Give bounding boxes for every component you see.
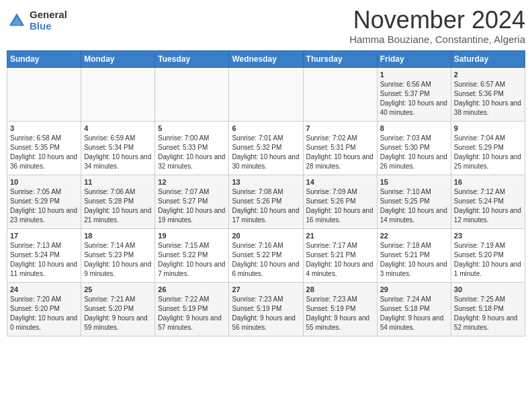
- day-info: Sunrise: 7:00 AMSunset: 5:33 PMDaylight:…: [158, 134, 226, 171]
- calendar-day-cell: [303, 67, 377, 121]
- calendar-day-cell: 25Sunrise: 7:21 AMSunset: 5:20 PMDayligh…: [81, 282, 155, 336]
- day-number: 15: [380, 178, 448, 186]
- logo-general-text: General: [30, 9, 67, 21]
- weekday-header-cell: Sunday: [7, 50, 81, 67]
- day-info: Sunrise: 7:19 AMSunset: 5:20 PMDaylight:…: [454, 241, 522, 279]
- calendar-day-cell: [81, 67, 155, 121]
- calendar-day-cell: 19Sunrise: 7:15 AMSunset: 5:22 PMDayligh…: [155, 228, 229, 282]
- calendar-week-row: 10Sunrise: 7:05 AMSunset: 5:29 PMDayligh…: [7, 175, 525, 228]
- day-number: 19: [158, 232, 226, 240]
- day-info: Sunrise: 7:05 AMSunset: 5:29 PMDaylight:…: [10, 187, 78, 225]
- calendar-day-cell: 13Sunrise: 7:08 AMSunset: 5:26 PMDayligh…: [229, 175, 303, 228]
- day-number: 16: [454, 178, 522, 186]
- day-info: Sunrise: 7:15 AMSunset: 5:22 PMDaylight:…: [158, 241, 226, 279]
- calendar-week-row: 17Sunrise: 7:13 AMSunset: 5:24 PMDayligh…: [7, 228, 525, 282]
- day-info: Sunrise: 7:16 AMSunset: 5:22 PMDaylight:…: [232, 241, 300, 279]
- calendar-day-cell: 16Sunrise: 7:12 AMSunset: 5:24 PMDayligh…: [451, 175, 525, 228]
- calendar-day-cell: 29Sunrise: 7:24 AMSunset: 5:18 PMDayligh…: [377, 282, 451, 336]
- calendar-day-cell: 3Sunrise: 6:58 AMSunset: 5:35 PMDaylight…: [7, 121, 81, 175]
- calendar-day-cell: 21Sunrise: 7:17 AMSunset: 5:21 PMDayligh…: [303, 228, 377, 282]
- day-number: 23: [454, 232, 522, 240]
- day-info: Sunrise: 7:01 AMSunset: 5:32 PMDaylight:…: [232, 134, 300, 171]
- day-number: 2: [454, 71, 522, 79]
- calendar-week-row: 24Sunrise: 7:20 AMSunset: 5:20 PMDayligh…: [7, 282, 525, 336]
- day-info: Sunrise: 7:13 AMSunset: 5:24 PMDaylight:…: [10, 241, 78, 279]
- day-info: Sunrise: 6:58 AMSunset: 5:35 PMDaylight:…: [10, 134, 78, 171]
- day-number: 10: [10, 178, 78, 186]
- day-info: Sunrise: 6:56 AMSunset: 5:37 PMDaylight:…: [380, 80, 448, 118]
- logo-blue-text: Blue: [30, 21, 67, 32]
- calendar-day-cell: [229, 67, 303, 121]
- calendar-day-cell: 8Sunrise: 7:03 AMSunset: 5:30 PMDaylight…: [377, 121, 451, 175]
- day-info: Sunrise: 7:07 AMSunset: 5:27 PMDaylight:…: [158, 187, 226, 225]
- logo-icon: [7, 11, 27, 31]
- calendar-day-cell: 14Sunrise: 7:09 AMSunset: 5:26 PMDayligh…: [303, 175, 377, 228]
- calendar-day-cell: 17Sunrise: 7:13 AMSunset: 5:24 PMDayligh…: [7, 228, 81, 282]
- calendar-day-cell: 6Sunrise: 7:01 AMSunset: 5:32 PMDaylight…: [229, 121, 303, 175]
- day-number: 8: [380, 124, 448, 132]
- day-info: Sunrise: 7:23 AMSunset: 5:19 PMDaylight:…: [232, 295, 300, 332]
- calendar-week-row: 3Sunrise: 6:58 AMSunset: 5:35 PMDaylight…: [7, 121, 525, 175]
- day-info: Sunrise: 7:23 AMSunset: 5:19 PMDaylight:…: [306, 295, 374, 332]
- calendar-body: 1Sunrise: 6:56 AMSunset: 5:37 PMDaylight…: [7, 67, 525, 336]
- day-info: Sunrise: 6:57 AMSunset: 5:36 PMDaylight:…: [454, 80, 522, 118]
- day-info: Sunrise: 7:09 AMSunset: 5:26 PMDaylight:…: [306, 187, 374, 225]
- day-number: 12: [158, 178, 226, 186]
- day-info: Sunrise: 7:12 AMSunset: 5:24 PMDaylight:…: [454, 187, 522, 225]
- day-info: Sunrise: 7:20 AMSunset: 5:20 PMDaylight:…: [10, 295, 78, 332]
- calendar-day-cell: 10Sunrise: 7:05 AMSunset: 5:29 PMDayligh…: [7, 175, 81, 228]
- day-number: 28: [306, 285, 374, 293]
- logo-text: General Blue: [30, 9, 67, 32]
- day-info: Sunrise: 7:06 AMSunset: 5:28 PMDaylight:…: [84, 187, 152, 225]
- calendar-day-cell: 27Sunrise: 7:23 AMSunset: 5:19 PMDayligh…: [229, 282, 303, 336]
- weekday-header-cell: Tuesday: [155, 50, 229, 67]
- weekday-header-row: SundayMondayTuesdayWednesdayThursdayFrid…: [7, 50, 525, 67]
- day-number: 29: [380, 285, 448, 293]
- calendar-day-cell: 30Sunrise: 7:25 AMSunset: 5:18 PMDayligh…: [451, 282, 525, 336]
- calendar-day-cell: 7Sunrise: 7:02 AMSunset: 5:31 PMDaylight…: [303, 121, 377, 175]
- calendar-day-cell: 2Sunrise: 6:57 AMSunset: 5:36 PMDaylight…: [451, 67, 525, 121]
- day-info: Sunrise: 7:21 AMSunset: 5:20 PMDaylight:…: [84, 295, 152, 332]
- calendar-week-row: 1Sunrise: 6:56 AMSunset: 5:37 PMDaylight…: [7, 67, 525, 121]
- day-info: Sunrise: 7:10 AMSunset: 5:25 PMDaylight:…: [380, 187, 448, 225]
- weekday-header-cell: Wednesday: [229, 50, 303, 67]
- weekday-header-cell: Monday: [81, 50, 155, 67]
- calendar-day-cell: [7, 67, 81, 121]
- day-info: Sunrise: 7:17 AMSunset: 5:21 PMDaylight:…: [306, 241, 374, 279]
- day-number: 24: [10, 285, 78, 293]
- day-number: 30: [454, 285, 522, 293]
- month-title: November 2024: [349, 7, 525, 34]
- day-number: 17: [10, 232, 78, 240]
- calendar-day-cell: 4Sunrise: 6:59 AMSunset: 5:34 PMDaylight…: [81, 121, 155, 175]
- calendar-day-cell: 24Sunrise: 7:20 AMSunset: 5:20 PMDayligh…: [7, 282, 81, 336]
- calendar-day-cell: 15Sunrise: 7:10 AMSunset: 5:25 PMDayligh…: [377, 175, 451, 228]
- day-info: Sunrise: 6:59 AMSunset: 5:34 PMDaylight:…: [84, 134, 152, 171]
- day-info: Sunrise: 7:22 AMSunset: 5:19 PMDaylight:…: [158, 295, 226, 332]
- calendar-day-cell: [155, 67, 229, 121]
- calendar-day-cell: 18Sunrise: 7:14 AMSunset: 5:23 PMDayligh…: [81, 228, 155, 282]
- day-number: 13: [232, 178, 300, 186]
- day-number: 27: [232, 285, 300, 293]
- day-number: 9: [454, 124, 522, 132]
- logo: General Blue: [7, 9, 67, 32]
- calendar-day-cell: 26Sunrise: 7:22 AMSunset: 5:19 PMDayligh…: [155, 282, 229, 336]
- day-number: 3: [10, 124, 78, 132]
- day-number: 6: [232, 124, 300, 132]
- day-info: Sunrise: 7:25 AMSunset: 5:18 PMDaylight:…: [454, 295, 522, 332]
- weekday-header-cell: Saturday: [451, 50, 525, 67]
- day-number: 26: [158, 285, 226, 293]
- day-number: 21: [306, 232, 374, 240]
- page-header: General Blue November 2024 Hamma Bouzian…: [7, 7, 525, 45]
- day-number: 1: [380, 71, 448, 79]
- calendar-day-cell: 12Sunrise: 7:07 AMSunset: 5:27 PMDayligh…: [155, 175, 229, 228]
- title-area: November 2024 Hamma Bouziane, Constantin…: [349, 7, 525, 45]
- calendar-day-cell: 9Sunrise: 7:04 AMSunset: 5:29 PMDaylight…: [451, 121, 525, 175]
- day-info: Sunrise: 7:02 AMSunset: 5:31 PMDaylight:…: [306, 134, 374, 171]
- day-info: Sunrise: 7:24 AMSunset: 5:18 PMDaylight:…: [380, 295, 448, 332]
- day-number: 14: [306, 178, 374, 186]
- day-info: Sunrise: 7:03 AMSunset: 5:30 PMDaylight:…: [380, 134, 448, 171]
- calendar-day-cell: 23Sunrise: 7:19 AMSunset: 5:20 PMDayligh…: [451, 228, 525, 282]
- calendar-day-cell: 1Sunrise: 6:56 AMSunset: 5:37 PMDaylight…: [377, 67, 451, 121]
- day-info: Sunrise: 7:08 AMSunset: 5:26 PMDaylight:…: [232, 187, 300, 225]
- calendar-day-cell: 22Sunrise: 7:18 AMSunset: 5:21 PMDayligh…: [377, 228, 451, 282]
